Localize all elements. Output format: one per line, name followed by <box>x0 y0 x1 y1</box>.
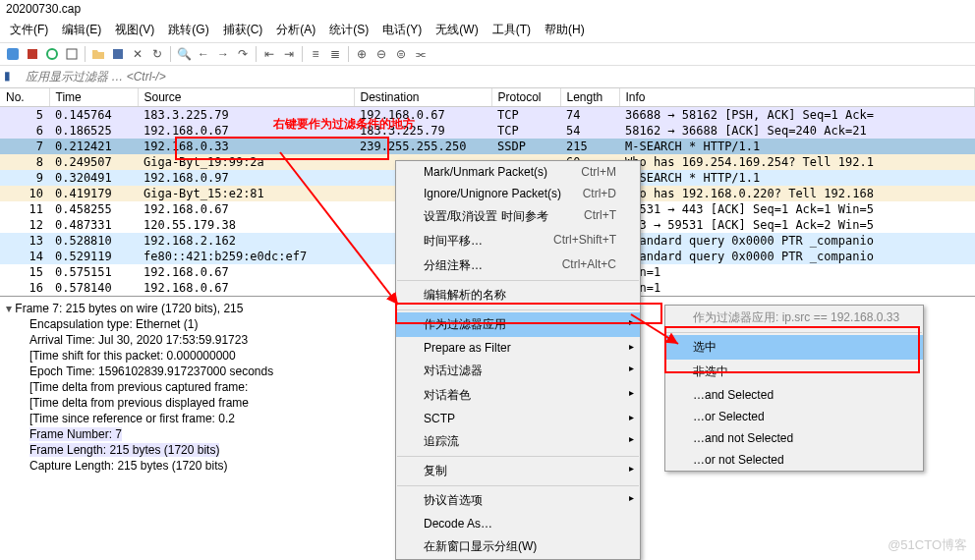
goto-icon[interactable]: ↷ <box>234 45 252 63</box>
stop-capture-icon[interactable] <box>24 45 41 63</box>
display-filter-input[interactable] <box>24 68 971 85</box>
svg-rect-3 <box>67 49 77 59</box>
find-icon[interactable]: 🔍 <box>175 45 193 63</box>
first-icon[interactable]: ⇤ <box>260 45 278 63</box>
menu-file[interactable]: 文件(F) <box>4 20 54 40</box>
table-row[interactable]: 60.186525192.168.0.67183.3.225.79TCP5458… <box>0 123 975 139</box>
prev-icon[interactable]: ← <box>195 45 212 63</box>
zoom-in-icon[interactable]: ⊕ <box>353 45 371 63</box>
col-length[interactable]: Length <box>560 88 619 107</box>
menu-wireless[interactable]: 无线(W) <box>430 20 484 40</box>
open-file-icon[interactable] <box>89 45 107 63</box>
filter-bar: ▮ <box>0 66 975 88</box>
window-title: 20200730.cap <box>0 0 975 18</box>
annotation-text: 右键要作为过滤条件的地方 <box>273 116 415 133</box>
submenu-or-not-selected[interactable]: …or not Selected <box>665 449 923 471</box>
watermark: @51CTO博客 <box>888 536 967 554</box>
col-no[interactable]: No. <box>0 88 49 107</box>
submenu-or-selected[interactable]: …or Selected <box>665 406 923 427</box>
submenu-not-selected[interactable]: 非选中 <box>665 360 923 384</box>
svg-point-2 <box>47 49 57 59</box>
col-time[interactable]: Time <box>49 88 138 107</box>
ctx-decodeas[interactable]: Decode As… <box>396 513 640 534</box>
menu-analyze[interactable]: 分析(A) <box>270 20 321 40</box>
zoom-reset-icon[interactable]: ⊜ <box>392 45 410 63</box>
menu-tools[interactable]: 工具(T) <box>487 20 537 40</box>
ctx-sctp[interactable]: SCTP <box>396 408 640 429</box>
table-row[interactable]: 70.212421192.168.0.33239.255.255.250SSDP… <box>0 139 975 154</box>
close-icon[interactable]: ✕ <box>129 45 146 63</box>
ctx-comment[interactable]: 分组注释…Ctrl+Alt+C <box>396 253 640 278</box>
apply-filter-submenu: 作为过滤器应用: ip.src == 192.168.0.33 选中 非选中 …… <box>664 305 924 472</box>
ctx-colorize[interactable]: 对话着色 <box>396 383 640 408</box>
ctx-conv-filter[interactable]: 对话过滤器 <box>396 359 640 383</box>
toolbar: ✕ ↻ 🔍 ← → ↷ ⇤ ⇥ ≡ ≣ ⊕ ⊖ ⊜ ⫘ <box>0 43 975 66</box>
col-dest[interactable]: Destination <box>354 88 491 107</box>
save-icon[interactable] <box>109 45 127 63</box>
ctx-mark[interactable]: Mark/Unmark Packet(s)Ctrl+M <box>396 161 640 183</box>
ctx-timeshift[interactable]: 时间平移…Ctrl+Shift+T <box>396 229 640 253</box>
detail-line-selected[interactable]: Frame Length: 215 bytes (1720 bits) <box>29 443 219 457</box>
ctx-timeref[interactable]: 设置/取消设置 时间参考Ctrl+T <box>396 204 640 229</box>
svg-rect-0 <box>7 48 19 60</box>
menu-go[interactable]: 跳转(G) <box>162 20 214 40</box>
col-source[interactable]: Source <box>138 88 354 107</box>
reload-icon[interactable]: ↻ <box>148 45 166 63</box>
bookmark-icon[interactable]: ▮ <box>4 69 20 84</box>
ctx-editname[interactable]: 编辑解析的名称 <box>396 283 640 308</box>
menu-help[interactable]: 帮助(H) <box>539 20 591 40</box>
colorize-icon[interactable]: ≡ <box>307 45 324 63</box>
detail-line[interactable]: Frame Number: 7 <box>29 427 122 441</box>
submenu-and-selected[interactable]: …and Selected <box>665 384 923 406</box>
context-menu: Mark/Unmark Packet(s)Ctrl+M Ignore/Unign… <box>395 160 641 560</box>
ctx-apply-as-filter[interactable]: 作为过滤器应用 <box>396 312 640 337</box>
ctx-prepare-filter[interactable]: Prepare as Filter <box>396 337 640 359</box>
submenu-header: 作为过滤器应用: ip.src == 192.168.0.33 <box>665 306 923 330</box>
ctx-follow[interactable]: 追踪流 <box>396 429 640 454</box>
autoscroll-icon[interactable]: ≣ <box>326 45 344 63</box>
menu-statistics[interactable]: 统计(S) <box>323 20 374 40</box>
col-info[interactable]: Info <box>619 88 975 107</box>
svg-rect-4 <box>113 49 123 59</box>
ctx-ignore[interactable]: Ignore/Unignore Packet(s)Ctrl+D <box>396 183 640 204</box>
menu-edit[interactable]: 编辑(E) <box>56 20 107 40</box>
start-capture-icon[interactable] <box>4 45 22 63</box>
capture-options-icon[interactable] <box>63 45 81 63</box>
menu-capture[interactable]: 捕获(C) <box>217 20 269 40</box>
submenu-selected[interactable]: 选中 <box>665 335 923 360</box>
menu-view[interactable]: 视图(V) <box>109 20 160 40</box>
ctx-copy[interactable]: 复制 <box>396 459 640 483</box>
table-row[interactable]: 50.145764183.3.225.79192.168.0.67TCP7436… <box>0 107 975 124</box>
last-icon[interactable]: ⇥ <box>280 45 298 63</box>
col-proto[interactable]: Protocol <box>491 88 560 107</box>
submenu-and-not-selected[interactable]: …and not Selected <box>665 427 923 449</box>
restart-capture-icon[interactable] <box>43 45 61 63</box>
menu-telephony[interactable]: 电话(Y) <box>376 20 428 40</box>
next-icon[interactable]: → <box>214 45 232 63</box>
menu-bar: 文件(F) 编辑(E) 视图(V) 跳转(G) 捕获(C) 分析(A) 统计(S… <box>0 18 975 43</box>
ctx-protoprefs[interactable]: 协议首选项 <box>396 488 640 513</box>
ctx-newwindow[interactable]: 在新窗口显示分组(W) <box>396 534 640 559</box>
svg-rect-1 <box>28 49 37 59</box>
resize-columns-icon[interactable]: ⫘ <box>412 45 430 63</box>
zoom-out-icon[interactable]: ⊖ <box>373 45 390 63</box>
